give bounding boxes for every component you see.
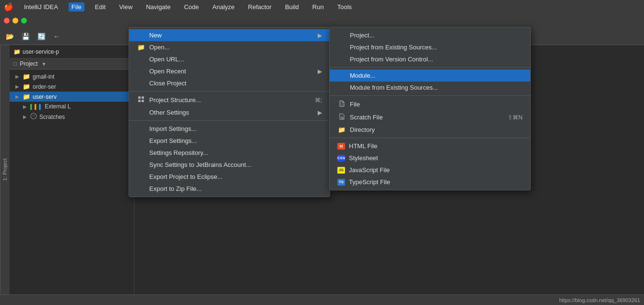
menu-code[interactable]: Code xyxy=(181,2,202,12)
open-recent-arrow: ▶ xyxy=(318,68,322,75)
tree-label-external: External L xyxy=(45,103,71,110)
menu-item-settings-repo[interactable]: Settings Repository... xyxy=(129,147,330,159)
apple-menu[interactable]: 🍎 xyxy=(4,2,13,12)
submenu-item-ts[interactable]: TS TypeScript File xyxy=(330,176,530,188)
tree-item-user-serv[interactable]: ▶ 📁 user-serv xyxy=(10,92,134,102)
separator-1 xyxy=(129,91,330,92)
menu-item-new[interactable]: New ▶ xyxy=(129,29,330,41)
submenu-item-stylesheet[interactable]: CSS Stylesheet xyxy=(330,152,530,164)
submenu-project-vcs-label: Project from Version Control... xyxy=(350,56,433,63)
minimize-button[interactable] xyxy=(12,18,18,23)
menu-item-project-structure[interactable]: Project Structure... ⌘; xyxy=(129,94,330,106)
menu-item-import-settings-label: Import Settings... xyxy=(149,125,196,132)
panel-chevron-icon: ▼ xyxy=(42,61,47,67)
menu-item-open-recent-label: Open Recent xyxy=(149,68,186,75)
menu-item-other-settings-label: Other Settings xyxy=(149,109,189,116)
project-structure-shortcut: ⌘; xyxy=(315,97,322,104)
tree-item-external[interactable]: ▶ ▌▌▌ External L xyxy=(10,102,134,111)
menu-analyze[interactable]: Analyze xyxy=(210,2,238,12)
submenu-item-html[interactable]: H HTML File xyxy=(330,140,530,152)
submenu-item-module-existing[interactable]: Module from Existing Sources... xyxy=(330,82,530,94)
submenu-scratch-file-label: Scratch File xyxy=(350,114,383,121)
menu-edit[interactable]: Edit xyxy=(92,2,108,12)
menu-item-open-url[interactable]: Open URL... xyxy=(129,53,330,65)
close-button[interactable] xyxy=(4,18,10,23)
menu-run[interactable]: Run xyxy=(310,2,327,12)
ts-icon: TS xyxy=(337,179,345,186)
html-icon: H xyxy=(337,143,345,150)
submenu-separator-1 xyxy=(330,67,530,68)
project-structure-icon xyxy=(137,96,145,104)
menu-build[interactable]: Build xyxy=(282,2,302,12)
tree-item-gmall[interactable]: ▶ 📁 gmall-int xyxy=(10,71,134,82)
tree-arrow-external: ▶ xyxy=(23,104,28,109)
tree-arrow-user: ▶ xyxy=(15,94,20,99)
menu-file[interactable]: File xyxy=(69,2,84,12)
submenu-item-directory[interactable]: 📁 Directory xyxy=(330,124,530,136)
menu-view[interactable]: View xyxy=(116,2,135,12)
new-submenu: Project... Project from Existing Sources… xyxy=(329,27,531,190)
scratch-file-icon xyxy=(337,113,346,121)
submenu-item-js[interactable]: JS JavaScript File xyxy=(330,164,530,176)
traffic-lights xyxy=(0,13,644,28)
file-menu-dropdown: New ▶ 📁 Open... Open URL... Open Recent … xyxy=(129,27,330,197)
sidebar-project-label[interactable]: 1: Project xyxy=(0,45,10,294)
submenu-item-module[interactable]: Module... xyxy=(330,70,530,82)
scratches-icon xyxy=(30,113,37,121)
svg-rect-2 xyxy=(142,96,144,99)
directory-icon: 📁 xyxy=(337,126,346,133)
open-folder-button[interactable]: 📂 xyxy=(4,32,16,41)
menu-item-export-zip-label: Export to Zip File... xyxy=(149,185,202,192)
submenu-directory-label: Directory xyxy=(350,126,375,133)
menu-item-export-eclipse[interactable]: Export Project to Eclipse... xyxy=(129,171,330,183)
menu-item-close-project[interactable]: Close Project xyxy=(129,77,330,89)
submenu-html-label: HTML File xyxy=(349,142,377,150)
panel-folder-icon: □ xyxy=(13,60,17,67)
svg-rect-4 xyxy=(142,100,144,102)
menu-intellij[interactable]: IntelliJ IDEA xyxy=(21,2,61,12)
svg-rect-1 xyxy=(138,96,141,99)
external-lib-icon: ▌▌▌ xyxy=(30,104,42,109)
tree-folder-icon-user: 📁 xyxy=(23,93,30,100)
menu-item-sync-settings[interactable]: Sync Settings to JetBrains Account... xyxy=(129,159,330,171)
menu-refactor[interactable]: Refactor xyxy=(245,2,274,12)
status-url: https://blog.csdn.net/qq_36903261 xyxy=(559,297,640,303)
project-tree: ▶ 📁 gmall-int ▶ 📁 order-ser ▶ 📁 user-ser… xyxy=(10,70,134,294)
new-submenu-arrow: ▶ xyxy=(318,32,322,39)
submenu-file-label: File xyxy=(350,101,360,108)
file-icon xyxy=(337,100,346,108)
submenu-separator-2 xyxy=(330,95,530,96)
fullscreen-button[interactable] xyxy=(21,18,27,23)
panel-header[interactable]: □ Project ▼ xyxy=(10,59,134,70)
tree-arrow-scratches: ▶ xyxy=(23,114,28,119)
submenu-project-label: Project... xyxy=(350,32,374,39)
submenu-separator-3 xyxy=(330,138,530,138)
tree-label-order: order-ser xyxy=(33,83,56,90)
sync-button[interactable]: 🔄 xyxy=(36,32,48,41)
submenu-item-scratch-file[interactable]: Scratch File ⇧⌘N xyxy=(330,111,530,124)
menu-navigate[interactable]: Navigate xyxy=(143,2,173,12)
menu-item-open-recent[interactable]: Open Recent ▶ xyxy=(129,65,330,77)
svg-rect-3 xyxy=(138,100,141,102)
menu-item-export-zip[interactable]: Export to Zip File... xyxy=(129,183,330,195)
submenu-item-project-existing[interactable]: Project from Existing Sources... xyxy=(330,41,530,53)
tree-folder-icon-order: 📁 xyxy=(23,83,30,90)
menu-tools[interactable]: Tools xyxy=(334,2,355,12)
tree-arrow-order: ▶ xyxy=(15,84,20,89)
submenu-item-project[interactable]: Project... xyxy=(330,29,530,41)
tree-item-scratches[interactable]: ▶ Scratches xyxy=(10,111,134,122)
menu-bar: 🍎 IntelliJ IDEA File Edit View Navigate … xyxy=(0,0,644,13)
menu-item-export-settings-label: Export Settings... xyxy=(149,137,197,144)
menu-item-export-settings[interactable]: Export Settings... xyxy=(129,135,330,147)
menu-item-project-structure-label: Project Structure... xyxy=(149,96,201,104)
menu-item-close-project-label: Close Project xyxy=(149,80,186,87)
save-button[interactable]: 💾 xyxy=(20,32,32,41)
tree-label-gmall: gmall-int xyxy=(33,73,54,80)
menu-item-other-settings[interactable]: Other Settings ▶ xyxy=(129,106,330,118)
back-button[interactable]: ← xyxy=(51,32,62,41)
submenu-item-file[interactable]: File xyxy=(330,98,530,111)
menu-item-open[interactable]: 📁 Open... xyxy=(129,41,330,53)
tree-item-order[interactable]: ▶ 📁 order-ser xyxy=(10,82,134,92)
submenu-item-project-vcs[interactable]: Project from Version Control... xyxy=(330,53,530,65)
menu-item-import-settings[interactable]: Import Settings... xyxy=(129,123,330,135)
